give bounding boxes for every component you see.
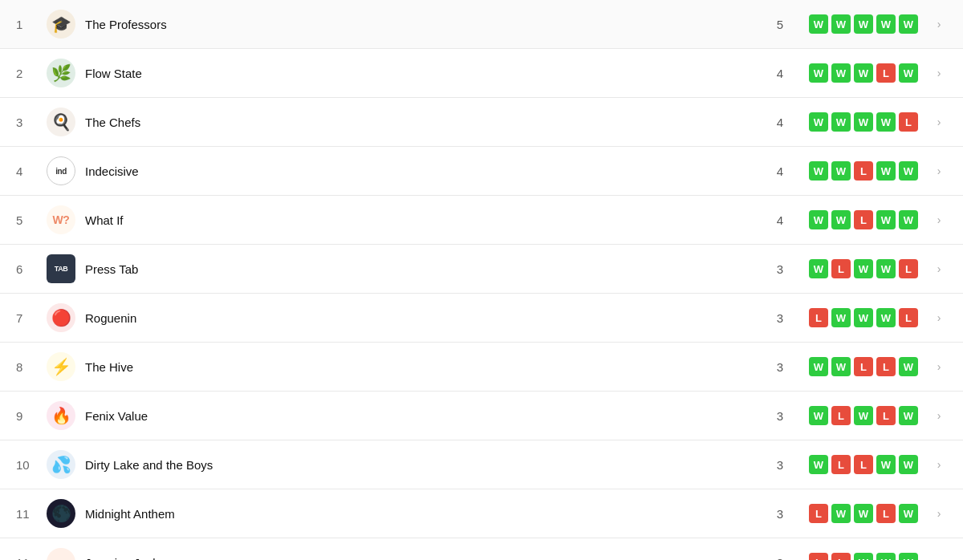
result-badge: W: [809, 63, 828, 83]
expand-chevron[interactable]: ›: [931, 116, 947, 128]
expand-chevron[interactable]: ›: [931, 213, 947, 226]
result-badge: W: [831, 161, 851, 181]
result-badge: L: [831, 259, 851, 278]
table-row[interactable]: 1 🎓 The Professors 5 WWWWW ›: [0, 0, 963, 49]
team-results: WWWWW: [809, 14, 918, 34]
team-name: What If: [85, 213, 764, 227]
result-badge: W: [854, 308, 873, 327]
result-badge: L: [876, 406, 896, 425]
result-badge: W: [854, 406, 873, 425]
expand-chevron[interactable]: ›: [931, 311, 947, 324]
result-badge: L: [809, 308, 828, 327]
team-results: LLWWW: [809, 553, 918, 560]
result-badge: L: [809, 553, 828, 560]
team-rank: 9: [16, 409, 45, 423]
table-row[interactable]: 6 TAB Press Tab 3 WLWWL ›: [0, 245, 963, 294]
expand-chevron[interactable]: ›: [931, 409, 947, 422]
expand-chevron[interactable]: ›: [931, 360, 947, 373]
expand-chevron[interactable]: ›: [931, 262, 947, 275]
result-badge: W: [899, 210, 918, 229]
team-icon: 🍳: [45, 106, 77, 138]
table-row[interactable]: 11 JACKS Jumping Jacks 3 LLWWW ›: [0, 538, 963, 560]
result-badge: L: [899, 112, 918, 132]
team-icon: ⚡: [45, 351, 77, 383]
table-row[interactable]: 10 💦 Dirty Lake and the Boys 3 WLLWW ›: [0, 440, 963, 489]
team-rank: 4: [16, 164, 45, 178]
team-points: 3: [764, 262, 796, 276]
expand-chevron[interactable]: ›: [931, 458, 947, 471]
team-points: 3: [764, 507, 796, 521]
table-row[interactable]: 4 ind Indecisive 4 WWLWW ›: [0, 147, 963, 196]
team-rank: 10: [16, 458, 45, 472]
result-badge: W: [899, 63, 918, 83]
team-name: Dirty Lake and the Boys: [85, 458, 764, 472]
result-badge: L: [831, 455, 851, 474]
result-badge: W: [899, 504, 918, 523]
team-points: 3: [764, 556, 796, 561]
result-badge: W: [831, 14, 851, 34]
result-badge: L: [854, 455, 873, 474]
result-badge: W: [899, 406, 918, 425]
table-row[interactable]: 3 🍳 The Chefs 4 WWWWL ›: [0, 98, 963, 147]
expand-chevron[interactable]: ›: [931, 507, 947, 520]
result-badge: W: [854, 63, 873, 83]
result-badge: L: [831, 553, 851, 560]
result-badge: W: [854, 259, 873, 278]
team-points: 4: [764, 116, 796, 129]
table-row[interactable]: 11 🌑 Midnight Anthem 3 LWWLW ›: [0, 489, 963, 538]
expand-chevron[interactable]: ›: [931, 164, 947, 177]
result-badge: W: [809, 210, 828, 229]
team-points: 3: [764, 458, 796, 472]
team-rank: 1: [16, 18, 45, 31]
expand-chevron[interactable]: ›: [931, 556, 947, 560]
team-name: Flow State: [85, 67, 764, 80]
result-badge: W: [854, 112, 873, 132]
team-rank: 2: [16, 67, 45, 80]
result-badge: W: [854, 504, 873, 523]
team-results: LWWWL: [809, 308, 918, 327]
team-points: 4: [764, 164, 796, 178]
team-results: WWLWW: [809, 161, 918, 181]
team-name: Indecisive: [85, 164, 764, 178]
result-badge: W: [876, 455, 896, 474]
result-badge: W: [809, 14, 828, 34]
team-name: The Professors: [85, 18, 764, 31]
team-results: WWLLW: [809, 357, 918, 376]
team-icon: 🌿: [45, 57, 77, 89]
team-points: 4: [764, 213, 796, 227]
result-badge: W: [876, 14, 896, 34]
team-results: WLWLW: [809, 406, 918, 425]
result-badge: W: [876, 553, 896, 560]
result-badge: L: [831, 406, 851, 425]
team-name: Roguenin: [85, 311, 764, 325]
result-badge: L: [809, 504, 828, 523]
table-row[interactable]: 2 🌿 Flow State 4 WWWLW ›: [0, 49, 963, 98]
table-row[interactable]: 9 🔥 Fenix Value 3 WLWLW ›: [0, 392, 963, 440]
team-points: 3: [764, 409, 796, 423]
team-name: The Chefs: [85, 116, 764, 129]
expand-chevron[interactable]: ›: [931, 67, 947, 79]
result-badge: W: [876, 308, 896, 327]
team-results: WLLWW: [809, 455, 918, 474]
table-row[interactable]: 7 🔴 Roguenin 3 LWWWL ›: [0, 294, 963, 343]
expand-chevron[interactable]: ›: [931, 18, 947, 30]
table-row[interactable]: 5 W? What If 4 WWLWW ›: [0, 196, 963, 245]
result-badge: W: [809, 357, 828, 376]
team-icon: 💦: [45, 448, 77, 481]
team-icon: 🌑: [45, 497, 77, 530]
result-badge: W: [876, 259, 896, 278]
result-badge: L: [876, 63, 896, 83]
team-icon: W?: [45, 204, 77, 236]
team-rank: 6: [16, 262, 45, 276]
result-badge: W: [809, 161, 828, 181]
result-badge: W: [809, 112, 828, 132]
result-badge: W: [899, 161, 918, 181]
result-badge: L: [876, 357, 896, 376]
team-points: 5: [764, 18, 796, 31]
table-row[interactable]: 8 ⚡ The Hive 3 WWLLW ›: [0, 343, 963, 392]
result-badge: L: [854, 210, 873, 229]
team-icon: 🔥: [45, 400, 77, 432]
result-badge: L: [899, 259, 918, 278]
team-results: WLWWL: [809, 259, 918, 278]
team-rank: 8: [16, 360, 45, 374]
